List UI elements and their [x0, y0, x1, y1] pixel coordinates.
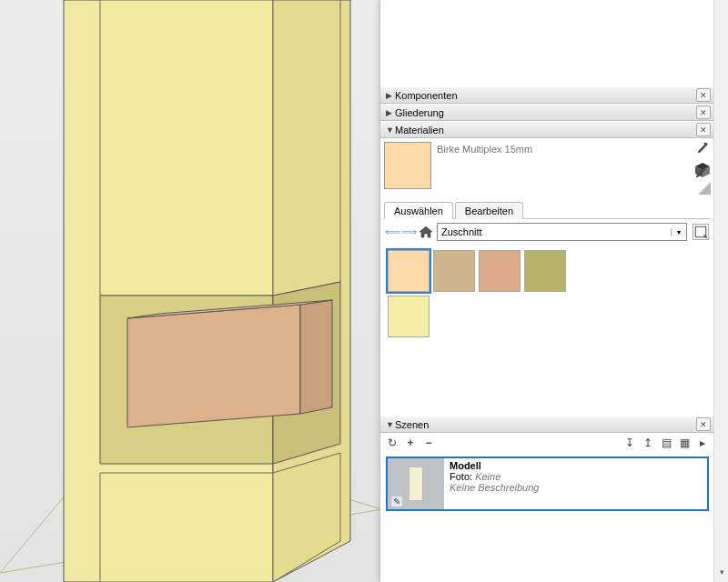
expand-icon: ▶ — [386, 91, 395, 100]
material-swatch[interactable] — [388, 296, 430, 337]
panel-close-button[interactable]: ✕ — [696, 105, 711, 119]
svg-marker-3 — [100, 0, 273, 296]
panel-header-szenen[interactable]: ▼ Szenen ✕ — [380, 416, 714, 433]
nav-forward-icon[interactable]: ⟹ — [402, 226, 415, 238]
panel-header-komponenten[interactable]: ▶ Komponenten ✕ — [380, 86, 714, 104]
scenes-panel: ↧ ↥ ▤ ▦ ▸ ✎ Modell Foto: Keine — [380, 433, 714, 551]
library-select[interactable]: Zuschnitt ▾ — [437, 223, 687, 241]
scene-move-up-icon[interactable]: ↥ — [642, 436, 654, 449]
tab-label: Auswählen — [394, 206, 443, 216]
svg-rect-12 — [704, 143, 708, 146]
panel-title: Szenen — [395, 419, 696, 430]
material-swatch[interactable] — [524, 250, 566, 292]
update-scene-icon[interactable] — [386, 436, 399, 449]
panel-close-button[interactable]: ✕ — [696, 88, 711, 102]
eyedropper-icon[interactable] — [696, 142, 709, 155]
panel-title: Komponenten — [395, 90, 696, 101]
current-material-name: Birke Multiplex 15mm — [437, 142, 532, 155]
scroll-down-icon: ▾ — [720, 567, 724, 577]
library-select-value: Zuschnitt — [438, 226, 671, 237]
scene-photo-value: Keine — [475, 471, 500, 482]
panel-header-materialien[interactable]: ▼ Materialien ✕ — [380, 121, 714, 138]
panel-close-button[interactable]: ✕ — [696, 417, 711, 431]
svg-marker-4 — [273, 0, 340, 296]
scene-menu-icon[interactable]: ▸ — [696, 436, 709, 449]
scene-description: Keine Beschreibung — [450, 482, 702, 493]
svg-marker-7 — [127, 305, 300, 427]
nav-back-icon[interactable]: ⟸ — [386, 226, 399, 238]
home-icon[interactable] — [419, 226, 433, 238]
pencil-icon: ✎ — [391, 497, 402, 507]
chevron-down-icon: ▾ — [671, 228, 686, 236]
model-render — [0, 0, 382, 582]
tab-edit[interactable]: Bearbeiten — [455, 202, 523, 219]
default-tray: ▶ Komponenten ✕ ▶ Gliederung ✕ ▼ Materia… — [379, 0, 728, 582]
material-swatch[interactable] — [433, 250, 475, 292]
tab-label: Bearbeiten — [465, 206, 513, 216]
default-color-flyout-icon[interactable] — [698, 182, 711, 195]
tab-select[interactable]: Auswählen — [384, 202, 453, 219]
collapse-icon: ▼ — [386, 420, 395, 429]
scene-item[interactable]: ✎ Modell Foto: Keine Keine Beschreibung — [386, 457, 709, 511]
panel-title: Materialien — [395, 125, 696, 135]
view-options-icon[interactable]: ▤ — [660, 436, 672, 449]
svg-marker-17 — [420, 226, 432, 237]
panel-title: Gliederung — [395, 107, 696, 118]
current-material-swatch[interactable] — [384, 142, 431, 189]
svg-marker-8 — [300, 300, 332, 414]
tray-scrollbar[interactable]: ▾ — [713, 0, 728, 582]
scene-thumbnail: ✎ — [388, 458, 444, 509]
material-swatch[interactable] — [479, 250, 521, 292]
add-scene-icon[interactable] — [404, 436, 417, 449]
material-swatch-grid — [380, 245, 714, 343]
scene-move-down-icon[interactable]: ↧ — [623, 436, 636, 449]
collapse-icon: ▼ — [386, 125, 395, 135]
svg-marker-10 — [100, 473, 273, 582]
panel-close-button[interactable]: ✕ — [696, 123, 711, 136]
scene-photo-label: Foto: — [450, 471, 472, 482]
details-menu-icon[interactable] — [693, 224, 709, 240]
panel-header-gliederung[interactable]: ▶ Gliederung ✕ — [380, 104, 714, 121]
sample-paint-icon[interactable] — [694, 166, 707, 179]
material-swatch[interactable] — [388, 250, 430, 292]
svg-rect-16 — [703, 167, 706, 171]
remove-scene-icon[interactable] — [422, 436, 435, 449]
expand-icon: ▶ — [386, 108, 395, 117]
scene-settings-icon[interactable]: ▦ — [678, 436, 691, 449]
scene-name: Modell — [450, 460, 702, 471]
materials-panel: Birke Multiplex 15mm Auswählen Bearbeite… — [380, 138, 714, 416]
